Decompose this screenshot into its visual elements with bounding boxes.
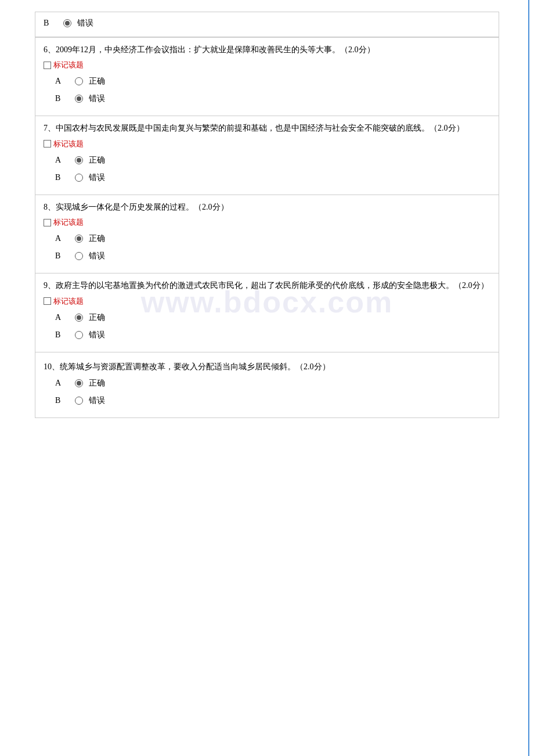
option-letter-q10-b: B	[55, 396, 68, 405]
mark-label-q6: 标记该题	[53, 60, 84, 70]
mark-label-q9: 标记该题	[53, 296, 84, 307]
option-row-q6-a: A正确	[55, 75, 490, 88]
options-area-q8: A正确B错误	[44, 232, 490, 262]
option-letter-b-partial: B	[44, 19, 56, 28]
radio-q7-a[interactable]	[73, 154, 85, 167]
radio-outer-q10-b	[75, 397, 83, 405]
option-text-q9-a: 正确	[89, 312, 105, 323]
radio-inner-q9-a	[77, 315, 81, 320]
mark-label-q8: 标记该题	[53, 217, 84, 228]
option-row-q9-a: A正确	[55, 311, 490, 324]
radio-outer-q10-a	[75, 379, 83, 387]
radio-inner-q6-b	[77, 96, 81, 101]
option-text-q8-a: 正确	[89, 233, 105, 244]
mark-checkbox-q8[interactable]	[44, 219, 51, 226]
mark-label-q7: 标记该题	[53, 139, 84, 149]
radio-inner-q8-a	[77, 236, 81, 241]
radio-q10-b[interactable]	[73, 394, 85, 407]
option-row-q10-b: B错误	[55, 394, 490, 407]
radio-q9-a[interactable]	[73, 311, 85, 324]
option-text-q6-b: 错误	[89, 93, 105, 104]
radio-outer-q7-b	[75, 174, 83, 182]
radio-inner-q7-a	[77, 158, 81, 163]
radio-outer-q9-a	[75, 314, 83, 322]
questions-container: 6、2009年12月，中央经济工作会议指出：扩大就业是保障和改善民生的头等大事。…	[35, 37, 499, 418]
radio-outer-q8-b	[75, 252, 83, 260]
radio-outer-q7-a	[75, 156, 83, 164]
mark-row-q7: 标记该题	[44, 139, 490, 149]
question-block-q10: 10、统筹城乡与资源配置调整改革，要收入分配适当向城乡居民倾斜。（2.0分）A正…	[35, 352, 499, 418]
mark-checkbox-q7[interactable]	[44, 140, 51, 147]
radio-q7-b[interactable]	[73, 171, 85, 184]
radio-q6-b[interactable]	[73, 92, 85, 105]
radio-q6-a[interactable]	[73, 75, 85, 88]
radio-q10-a[interactable]	[73, 377, 85, 390]
option-row-q7-b: B错误	[55, 171, 490, 184]
radio-b-partial[interactable]	[61, 17, 74, 30]
option-letter-q7-b: B	[55, 173, 68, 182]
question-text-q9: 9、政府主导的以宅基地置换为代价的激进式农民市民化，超出了农民所能承受的代价底线…	[44, 279, 490, 292]
option-letter-q6-b: B	[55, 94, 68, 103]
option-text-q10-b: 错误	[89, 395, 105, 406]
option-letter-q9-a: A	[55, 313, 68, 322]
mark-checkbox-q6[interactable]	[44, 62, 51, 69]
option-row-q6-b: B错误	[55, 92, 490, 105]
option-text-q9-b: 错误	[89, 330, 105, 340]
option-letter-q8-a: A	[55, 234, 68, 243]
options-area-q6: A正确B错误	[44, 75, 490, 105]
radio-q8-b[interactable]	[73, 250, 85, 262]
radio-outer-b-partial	[63, 19, 71, 27]
radio-outer-q8-a	[75, 235, 83, 243]
radio-outer-q6-a	[75, 77, 83, 85]
option-letter-q9-b: B	[55, 330, 68, 340]
option-text-q10-a: 正确	[89, 378, 105, 388]
option-text-b-partial: 错误	[77, 18, 93, 28]
page: www.bdocx.com B 错误 6、2009年12月，中央经济工作会议指出…	[0, 0, 534, 756]
option-row-b-partial: B 错误	[44, 17, 490, 30]
radio-q8-a[interactable]	[73, 232, 85, 245]
question-text-q6: 6、2009年12月，中央经济工作会议指出：扩大就业是保障和改善民生的头等大事。…	[44, 44, 490, 56]
options-area-q10: A正确B错误	[44, 377, 490, 407]
option-row-q10-a: A正确	[55, 377, 490, 390]
mark-row-q9: 标记该题	[44, 296, 490, 307]
radio-inner-q10-a	[77, 381, 81, 386]
option-letter-q6-a: A	[55, 77, 68, 86]
question-block-q7: 7、中国农村与农民发展既是中国走向复兴与繁荣的前提和基础，也是中国经济与社会安全…	[35, 116, 499, 195]
option-text-q7-a: 正确	[89, 155, 105, 165]
options-area-q9: A正确B错误	[44, 311, 490, 341]
top-partial-block: B 错误	[35, 12, 499, 37]
question-text-q8: 8、实现城乡一体化是个历史发展的过程。（2.0分）	[44, 201, 490, 214]
options-area-q7: A正确B错误	[44, 154, 490, 184]
option-text-q8-b: 错误	[89, 251, 105, 261]
option-row-q9-b: B错误	[55, 329, 490, 341]
radio-outer-q6-b	[75, 95, 83, 103]
radio-inner-b-partial	[65, 21, 70, 26]
question-text-q10: 10、统筹城乡与资源配置调整改革，要收入分配适当向城乡居民倾斜。（2.0分）	[44, 361, 490, 373]
option-text-q7-b: 错误	[89, 172, 105, 183]
question-block-q6: 6、2009年12月，中央经济工作会议指出：扩大就业是保障和改善民生的头等大事。…	[35, 37, 499, 116]
question-block-q9: 9、政府主导的以宅基地置换为代价的激进式农民市民化，超出了农民所能承受的代价底线…	[35, 273, 499, 352]
option-letter-q7-a: A	[55, 156, 68, 165]
question-text-q7: 7、中国农村与农民发展既是中国走向复兴与繁荣的前提和基础，也是中国经济与社会安全…	[44, 122, 490, 135]
radio-outer-q9-b	[75, 331, 83, 339]
question-block-q8: 8、实现城乡一体化是个历史发展的过程。（2.0分）标记该题A正确B错误	[35, 195, 499, 273]
option-row-q8-a: A正确	[55, 232, 490, 245]
option-letter-q10-a: A	[55, 379, 68, 388]
mark-row-q6: 标记该题	[44, 60, 490, 70]
option-letter-q8-b: B	[55, 251, 68, 261]
option-text-q6-a: 正确	[89, 76, 105, 87]
option-row-q7-a: A正确	[55, 154, 490, 167]
mark-row-q8: 标记该题	[44, 217, 490, 228]
option-row-q8-b: B错误	[55, 250, 490, 262]
radio-q9-b[interactable]	[73, 329, 85, 341]
mark-checkbox-q9[interactable]	[44, 297, 51, 305]
